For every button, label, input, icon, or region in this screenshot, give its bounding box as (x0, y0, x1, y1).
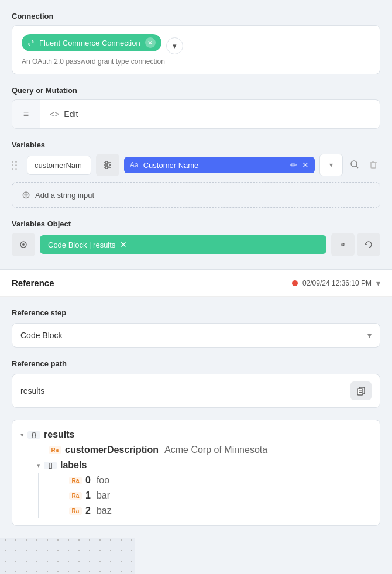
variable-value-label: Customer Name (143, 161, 286, 170)
drag-handle (12, 161, 22, 170)
arrows-icon: ⇄ (27, 38, 35, 47)
timestamp-value: 02/09/24 12:36:10 PM (302, 279, 372, 287)
recording-dot (292, 280, 298, 286)
svg-point-3 (105, 161, 108, 164)
reference-body: Reference step Code Block ▾ Reference pa… (0, 297, 392, 538)
string-type-icon: Aa (130, 161, 139, 169)
label-1-type-badge: Ra (69, 492, 82, 500)
svg-line-12 (342, 244, 343, 245)
customer-desc-key: customerDescription (65, 445, 159, 455)
svg-point-5 (105, 166, 108, 169)
reference-title: Reference (12, 278, 54, 288)
copy-path-button[interactable] (350, 381, 372, 400)
variables-object-pill-label: Code Block | results (48, 240, 115, 249)
query-label: Query or Mutation (12, 86, 380, 95)
label-2-value: baz (97, 506, 112, 516)
plus-circle-icon: ⊕ (22, 188, 30, 201)
variable-search-button[interactable] (348, 157, 362, 173)
tree-label-2-node[interactable]: Ra 2 baz (55, 503, 374, 518)
connection-dropdown[interactable]: ▾ (166, 37, 183, 54)
ref-step-chevron-icon: ▾ (367, 331, 372, 340)
trash-icon (369, 160, 378, 169)
vo-refresh-button[interactable] (357, 233, 380, 256)
ref-step-value: Code Block (20, 331, 63, 340)
tree-root-node[interactable]: ▾ {} results (18, 427, 374, 442)
add-string-input-button[interactable]: ⊕ Add a string input (12, 182, 380, 208)
ref-step-label: Reference step (12, 308, 380, 317)
svg-point-11 (22, 243, 25, 246)
connection-pill[interactable]: ⇄ Fluent Commerce Connection ✕ (22, 34, 161, 51)
remove-vo-pill-icon[interactable]: ✕ (120, 240, 127, 249)
clipboard-icon (356, 386, 366, 396)
variables-object-label: Variables Object (12, 219, 380, 228)
label-2-type-badge: Ra (69, 507, 82, 515)
query-menu-button[interactable]: ≡ (12, 100, 40, 128)
tree-labels-node[interactable]: ▾ [] labels (35, 458, 374, 473)
label-0-value: foo (97, 475, 109, 486)
variables-label: Variables (12, 140, 380, 149)
tree-label-1-node[interactable]: Ra 1 bar (55, 488, 374, 503)
connection-description: An OAuth 2.0 password grant type connect… (22, 57, 370, 66)
svg-rect-14 (357, 389, 363, 395)
variable-dropdown[interactable]: ▾ (319, 154, 343, 176)
labels-collapse-icon: ▾ (37, 462, 40, 469)
link-icon (338, 240, 348, 249)
customer-desc-type-badge: Ra (49, 446, 61, 454)
variable-settings-button[interactable] (96, 154, 119, 176)
root-key: results (44, 429, 74, 440)
connection-box: ⇄ Fluent Commerce Connection ✕ ▾ An OAut… (12, 25, 380, 74)
svg-rect-8 (371, 163, 376, 168)
tree-label-0-node[interactable]: Ra 0 foo (55, 473, 374, 488)
connection-pill-label: Fluent Commerce Connection (39, 39, 140, 47)
label-0-index: 0 (85, 475, 91, 486)
refresh-icon (364, 240, 373, 249)
ref-path-value: results (20, 386, 44, 396)
ref-path-box: results (12, 374, 380, 408)
sliders-icon (103, 160, 112, 170)
label-1-value: bar (97, 490, 110, 501)
chevron-down-icon: ▾ (329, 161, 333, 169)
label-1-index: 1 (85, 490, 91, 501)
code-icon: <> (50, 109, 59, 119)
tree-container: ▾ {} results Ra customerDescription Acme… (12, 420, 380, 526)
reference-icon (18, 239, 29, 250)
variables-object-ref-button[interactable] (12, 233, 35, 256)
label-0-type-badge: Ra (69, 477, 82, 484)
label-2-index: 2 (85, 506, 91, 516)
reference-panel: Reference 02/09/24 12:36:10 PM ▾ Referen… (0, 269, 392, 538)
query-edit-label: Edit (64, 109, 78, 119)
remove-variable-icon[interactable]: ✕ (302, 160, 309, 170)
customer-desc-value: Acme Corp of Minnesota (164, 445, 267, 455)
query-box: ≡ <> Edit (12, 99, 380, 129)
variables-object-row: Code Block | results ✕ (12, 233, 380, 256)
connection-label: Connection (12, 12, 380, 20)
variable-value-pill: Aa Customer Name ✏ ✕ (124, 157, 315, 173)
reference-header: Reference 02/09/24 12:36:10 PM ▾ (0, 270, 392, 297)
variable-name-input[interactable] (27, 156, 91, 175)
svg-point-4 (108, 164, 110, 166)
root-collapse-icon: ▾ (20, 431, 24, 439)
labels-type-badge: [] (44, 462, 57, 469)
ref-path-label: Reference path (12, 359, 380, 368)
svg-point-6 (351, 161, 357, 167)
add-input-label: Add a string input (35, 191, 94, 200)
root-type-badge: {} (27, 431, 40, 439)
labels-key: labels (60, 460, 87, 470)
ref-step-select[interactable]: Code Block ▾ (12, 323, 380, 348)
variable-delete-button[interactable] (366, 157, 380, 173)
svg-line-7 (356, 166, 358, 168)
variables-object-pill: Code Block | results ✕ (40, 235, 326, 254)
tree-customer-desc-node[interactable]: Ra customerDescription Acme Corp of Minn… (35, 442, 374, 458)
variable-row: Aa Customer Name ✏ ✕ ▾ (12, 154, 380, 176)
edit-variable-icon[interactable]: ✏ (290, 160, 297, 170)
reference-timestamp-row: 02/09/24 12:36:10 PM ▾ (292, 279, 380, 288)
menu-icon: ≡ (23, 109, 29, 119)
timestamp-chevron-icon[interactable]: ▾ (376, 279, 380, 288)
search-icon (350, 160, 359, 169)
chevron-down-icon: ▾ (173, 42, 177, 50)
vo-link-button[interactable] (331, 233, 355, 256)
connection-close-icon[interactable]: ✕ (145, 37, 156, 48)
